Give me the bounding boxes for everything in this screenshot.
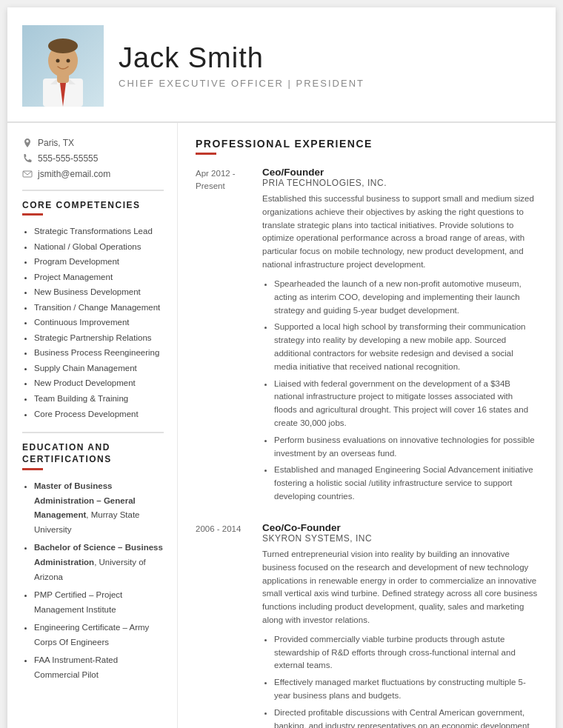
contact-phone: 555-555-55555: [22, 153, 164, 164]
list-item: Engineering Certificate – Army Corps Of …: [34, 621, 164, 649]
list-item: New Business Development: [34, 285, 164, 300]
phone-icon: [22, 153, 33, 164]
avatar: [22, 25, 104, 107]
competencies-list: Strategic Transformations Lead National …: [22, 224, 164, 421]
sidebar-divider-1: [22, 190, 164, 191]
bullet-item: Spearheaded the launch of a new non-prof…: [274, 278, 538, 317]
competencies-title: CORE COMPETENCIES: [22, 200, 164, 210]
job-title-1: Ceo/Founder: [262, 167, 538, 178]
job-date-1: Apr 2012 - Present: [196, 167, 262, 507]
list-item: Project Management: [34, 270, 164, 285]
location-text: Paris, TX: [38, 138, 74, 148]
job-content-2: Ceo/Co-Founder SKYRON SYSTEMS, INC Turne…: [262, 522, 538, 728]
email-icon: [22, 169, 33, 179]
list-item: Bachelor of Science – Business Administr…: [34, 541, 164, 584]
bullet-item: Provided commercially viable turbine pro…: [274, 633, 538, 672]
list-item: Strategic Partnership Relations: [34, 331, 164, 346]
svg-point-9: [67, 59, 70, 63]
list-item: Team Building & Training: [34, 392, 164, 407]
education-accent: [22, 468, 43, 470]
header: Jack Smith CHIEF EXECUTIVE OFFICER | PRE…: [7, 7, 556, 123]
list-item: FAA Instrument-Rated Commercial Pilot: [34, 653, 164, 682]
location-icon: [22, 138, 33, 148]
job-1: Apr 2012 - Present Ceo/Founder PRIA TECH…: [196, 167, 538, 507]
contact-location: Paris, TX: [22, 138, 164, 148]
job-desc-2: Turned entrepreneurial vision into reali…: [262, 548, 538, 627]
body: Paris, TX 555-555-55555 jsmith@email.: [7, 123, 556, 728]
bullet-item: Liaised with federal government on the d…: [274, 378, 538, 430]
job-content-1: Ceo/Founder PRIA TECHNOLOGIES, INC. Esta…: [262, 167, 538, 507]
list-item: Master of Business Administration – Gene…: [34, 479, 164, 537]
sidebar-divider-2: [22, 432, 164, 433]
header-name: Jack Smith: [119, 43, 533, 74]
sidebar: Paris, TX 555-555-55555 jsmith@email.: [7, 123, 178, 728]
experience-title: PROFESSIONAL EXPERIENCE: [196, 138, 538, 150]
list-item: Continuous Improvement: [34, 315, 164, 330]
bullet-item: Directed profitable discussions with Cen…: [274, 707, 538, 728]
list-item: National / Global Operations: [34, 240, 164, 255]
main-content: PROFESSIONAL EXPERIENCE Apr 2012 - Prese…: [178, 123, 556, 728]
bullet-item: Supported a local high school by transfo…: [274, 321, 538, 373]
job-desc-1: Established this successful business to …: [262, 193, 538, 272]
phone-text: 555-555-55555: [38, 153, 98, 164]
list-item: Strategic Transformations Lead: [34, 224, 164, 239]
job-date-2: 2006 - 2014: [196, 522, 262, 728]
list-item: Transition / Change Management: [34, 301, 164, 315]
experience-accent: [196, 153, 216, 155]
education-list: Master of Business Administration – Gene…: [22, 479, 164, 682]
header-text: Jack Smith CHIEF EXECUTIVE OFFICER | PRE…: [119, 43, 533, 90]
svg-point-8: [56, 59, 60, 63]
education-title: EDUCATION AND CERTIFICATIONS: [22, 442, 164, 465]
list-item: Program Development: [34, 255, 164, 270]
job-bullets-1: Spearheaded the launch of a new non-prof…: [262, 278, 538, 504]
list-item: Business Process Reengineering: [34, 346, 164, 361]
svg-point-5: [48, 39, 78, 53]
list-item: Supply Chain Management: [34, 361, 164, 376]
contact-email: jsmith@email.com: [22, 169, 164, 179]
list-item: New Product Development: [34, 376, 164, 391]
job-2: 2006 - 2014 Ceo/Co-Founder SKYRON SYSTEM…: [196, 522, 538, 728]
edu-rest-3: Engineering Certificate – Army Corps Of …: [34, 623, 149, 647]
list-item: Core Process Development: [34, 407, 164, 422]
bullet-item: Effectively managed market fluctuations …: [274, 676, 538, 703]
bullet-item: Established and managed Engineering Soci…: [274, 464, 538, 503]
job-title-2: Ceo/Co-Founder: [262, 522, 538, 533]
resume-container: Jack Smith CHIEF EXECUTIVE OFFICER | PRE…: [7, 7, 556, 728]
bullet-item: Perform business evaluations on innovati…: [274, 434, 538, 461]
header-title: CHIEF EXECUTIVE OFFICER | PRESIDENT: [119, 78, 533, 89]
email-text: jsmith@email.com: [38, 169, 110, 179]
job-company-2: SKYRON SYSTEMS, INC: [262, 533, 538, 544]
edu-rest-4: FAA Instrument-Rated Commercial Pilot: [34, 655, 118, 679]
job-bullets-2: Provided commercially viable turbine pro…: [262, 633, 538, 728]
edu-rest-2: PMP Certified – Project Management Insti…: [34, 590, 122, 614]
list-item: PMP Certified – Project Management Insti…: [34, 588, 164, 617]
job-company-1: PRIA TECHNOLOGIES, INC.: [262, 178, 538, 188]
competencies-accent: [22, 213, 43, 216]
